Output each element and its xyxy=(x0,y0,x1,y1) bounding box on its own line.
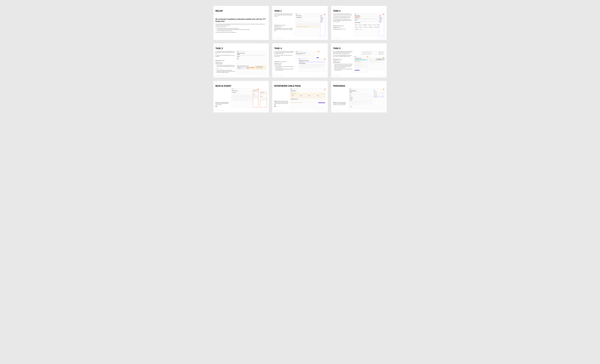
feature-label: Feature tested: xyxy=(333,25,338,26)
flow-link[interactable]: Flow xyxy=(274,106,289,107)
studio-label: TTT STUDIOS xyxy=(216,45,267,46)
objective-text: To investigate and understand user behav… xyxy=(237,55,266,56)
studio-label: TTT STUDIOS xyxy=(274,45,326,46)
section-chip: Industry information xyxy=(300,62,303,62)
footer-date: JULY 11, 2024 xyxy=(377,38,384,39)
annotation-badge xyxy=(324,59,325,60)
original-panel: Original content Muxi AI xyxy=(253,90,258,107)
task3-mockup-top: muxi Generate interview questions Stakeh… xyxy=(236,51,267,64)
slides-grid: TTT STUDIOS RECAP We conducted 3 qualita… xyxy=(213,6,387,112)
feature-value: Industry information xyxy=(280,61,287,62)
footer-team: TTT DESIGN TEAM xyxy=(333,38,341,39)
recap-goals-label: The goals of these sessions were: xyxy=(216,26,267,27)
generate-button: Generate interview questions xyxy=(318,103,325,103)
menu-item: Fix spelling and grammar xyxy=(380,19,384,21)
method-tag: Diary study xyxy=(373,25,376,25)
next-button: Next xyxy=(382,54,384,54)
card-interviews: TTT STUDIOS INTERVIEWS CHILD PAGE Soluti… xyxy=(272,81,328,112)
ai-summary-box: Here's summary based on objective explor… xyxy=(255,66,266,69)
task3-a: 3a. You want to create a set of intervie… xyxy=(216,51,235,54)
studio-label: TTT STUDIOS xyxy=(274,83,326,84)
goal-item: to test the functionality and usefulness… xyxy=(217,30,267,31)
ai-point: understand business goals and priorities xyxy=(256,68,266,68)
title-muxi: MUXI AI ASSIST xyxy=(216,85,267,87)
mock-logo: muxi xyxy=(291,89,292,89)
mock-logo: muxi xyxy=(299,59,300,59)
flow-link[interactable]: Flow xyxy=(216,106,230,107)
feature-label: Feature tested: xyxy=(333,59,338,60)
panel-header: Original content xyxy=(261,92,266,93)
mock-heading: Generate personas xyxy=(350,90,373,91)
footer-team: TTT DESIGN TEAM xyxy=(216,110,224,111)
muxi-text: Solution: Add a collapsible/expandable t… xyxy=(216,88,230,109)
persona-tab: Persona type xyxy=(353,92,355,92)
mock-breadcrumb: Generate interview questions xyxy=(239,51,245,52)
mock-breadcrumb: Project name xyxy=(351,89,354,89)
recap-headline: We conducted 3 qualitative moderated usa… xyxy=(216,18,267,22)
annotation-badge xyxy=(383,14,384,15)
problem-item: Testers felt inclined to click on the an… xyxy=(334,68,353,71)
score-label: Average score: xyxy=(333,27,338,28)
recap-goals-list: to validate whether the features work as… xyxy=(216,28,267,31)
title-task3: TASK 3 xyxy=(216,47,267,50)
annotation-badge xyxy=(383,57,384,58)
mock-breadcrumb: Gather industry information xyxy=(297,51,303,52)
footer-date: JULY 11, 2024 xyxy=(260,110,267,111)
mock-logo: muxi xyxy=(296,14,297,14)
card-task3: TTT STUDIOS TASK 3 3a. You want to creat… xyxy=(213,43,269,77)
mock-logo: muxi xyxy=(237,51,238,52)
method-tag: Controlled experiment xyxy=(368,27,373,28)
refresh-button: Refresh xyxy=(350,106,353,107)
mock-breadcrumb: Generate interview questions xyxy=(292,89,299,89)
task2-text: 2a. You're unsure what to include as obj… xyxy=(333,13,353,37)
card-task2: TTT STUDIOS TASK 2 2a. You're unsure wha… xyxy=(331,6,387,40)
view-link: View xyxy=(382,93,383,94)
footer-date: JULY 11, 2024 xyxy=(377,110,384,111)
score-value: 4.6/5 xyxy=(280,26,282,27)
method-tag: Semi-structured xyxy=(359,27,363,28)
mock-ai-panel: Muxi AI Rewrite Suggest content Improve … xyxy=(320,15,325,36)
task4-b: 4b. You realize you need to ask another … xyxy=(274,55,294,57)
sources-column: Sources Interview withView User research… xyxy=(374,90,384,107)
method-tag: A/B testing xyxy=(355,25,358,25)
task2-a: 2a. You're unsure what to include as obj… xyxy=(333,13,353,16)
mock-breadcrumb: Dashboard xyxy=(297,14,300,14)
method-tag: Cognitive walkthrough xyxy=(362,25,367,25)
panel-header: Muxi AI xyxy=(253,94,258,95)
footer-date: JULY 11, 2024 xyxy=(319,75,326,76)
interviews-text: Solution: Add tabs to allow users to add… xyxy=(274,88,289,109)
studio-label: TTT STUDIOS xyxy=(216,83,267,84)
mock-project-name: Expanding Costco xyxy=(297,17,324,18)
prompt-header: Tell me about your user xyxy=(291,99,325,99)
generate-button: Generate personas xyxy=(355,70,359,71)
card-task4: TTT STUDIOS TASK 4 4a. You want to find … xyxy=(272,43,328,77)
studio-label: TTT STUDIOS xyxy=(333,45,384,46)
mock-ai-panel: Muxi AI Rewrite Suggest content Improve … xyxy=(379,15,384,36)
problems-label: Common problems: xyxy=(333,62,340,63)
task4-text: 4a. You want to find information on the … xyxy=(274,51,294,74)
section-frustrations: Frustrations xyxy=(350,97,373,97)
mock-logo: muxi xyxy=(355,14,356,14)
persona-tab: Persona type xyxy=(355,92,358,92)
q-header: What do you want to know? xyxy=(355,61,368,62)
annotation-badge xyxy=(324,14,325,15)
interviews-mockup: muxi Generate interview questions User i… xyxy=(290,88,326,109)
goal-item: to validate whether the features work as… xyxy=(217,28,267,29)
annotation-badge xyxy=(318,51,319,52)
card-task5: TTT STUDIOS TASK 5 5a. You're now ready … xyxy=(331,43,387,77)
frustration-callout: frustration 1,2 xyxy=(376,58,384,60)
task1-text: Create your first project called "Expand… xyxy=(274,13,294,37)
section-goals: Goals xyxy=(350,95,373,96)
task1-prompt: Create your first project called "Expand… xyxy=(274,13,294,17)
mock-logo: muxi xyxy=(355,56,356,57)
feature-value: Personas xyxy=(339,59,342,60)
section-about: About xyxy=(350,93,373,94)
panel-header: Original content xyxy=(253,90,258,91)
personas-mockup: muxi Project name Generate personas Pers… xyxy=(349,88,384,109)
checkbox-icon xyxy=(362,54,362,54)
problem-label: Common problem: xyxy=(333,28,340,29)
annotation-badge xyxy=(324,89,325,90)
mock-heading: Stakeholder interview xyxy=(237,53,266,54)
method-tag: Prototype testing xyxy=(355,29,359,30)
ai-suggestions-box: Muxi AI suggestions 4 suggestions Object… xyxy=(291,93,325,98)
